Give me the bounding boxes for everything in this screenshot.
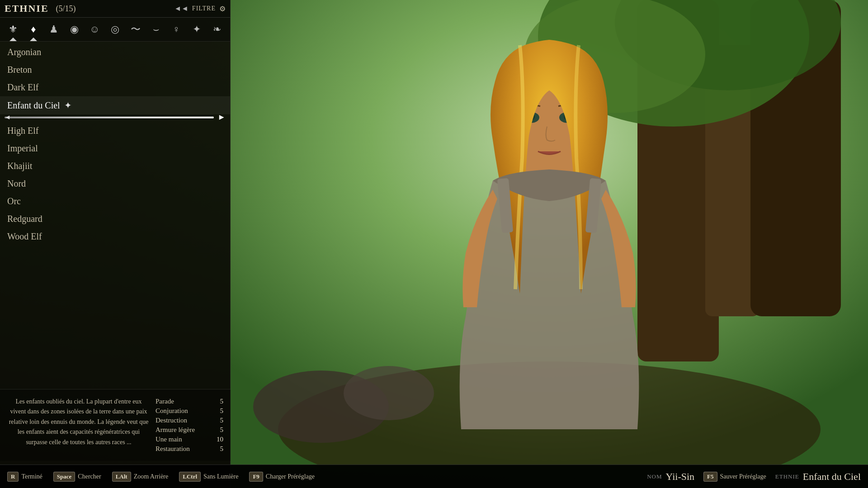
header-right: ◄◄ FILTRE ⚙: [174, 5, 226, 13]
skill-value: 5: [220, 398, 224, 405]
skill-row: Restauration5: [156, 444, 223, 454]
panel-title: ETHNIE: [5, 3, 49, 14]
svg-point-9: [344, 366, 434, 420]
race-imperial[interactable]: Imperial: [0, 140, 230, 157]
eyes-icon: ◎: [111, 23, 119, 35]
hotkey-lumiere: LCtrl Sans Lumière: [179, 472, 238, 482]
tab-skyrim-logo[interactable]: ⚜: [4, 19, 22, 39]
race-khajiit[interactable]: Khajiit: [0, 157, 230, 175]
f5-section: F5 Sauver Préréglage: [703, 472, 766, 482]
sauver-label: Sauver Préréglage: [720, 473, 766, 480]
filter-icon: ⚙: [219, 5, 226, 13]
skill-row: Parade5: [156, 397, 223, 406]
skill-value: 5: [220, 417, 224, 424]
skill-name: Armure légère: [156, 426, 195, 434]
ethnie-section: ETHNIE Enfant du Ciel: [775, 471, 861, 483]
hotkey-termine: R Terminé: [7, 472, 42, 482]
bottom-bar: R Terminé Space Chercher LAlt Zoom Arriè…: [0, 465, 868, 488]
tab-mouth[interactable]: ⌣: [146, 19, 165, 39]
slider-bar[interactable]: ◄: [5, 117, 214, 118]
skill-value: 5: [220, 445, 224, 453]
race-dark-elf[interactable]: Dark Elf: [0, 79, 230, 96]
skill-name: Destruction: [156, 417, 187, 424]
race-high-elf[interactable]: High Elf: [0, 122, 230, 140]
race-redguard[interactable]: Redguard: [0, 210, 230, 228]
filter-label[interactable]: FILTRE: [192, 5, 216, 12]
f9-key: F9: [249, 472, 263, 482]
lctrl-key: LCtrl: [179, 472, 201, 482]
left-panel: ETHNIE (5/15) ◄◄ FILTRE ⚙ ⚜ ♦ ♟ ◉ ☺ ◎ 〜 …: [0, 0, 231, 488]
description-area: Les enfants oubliés du ciel. La plupart …: [0, 389, 231, 461]
tab-brow[interactable]: 〜: [126, 19, 145, 39]
bottom-right: NOM Yii-Sin F5 Sauver Préréglage ETHNIE …: [647, 471, 861, 483]
skill-name: Une main: [156, 436, 182, 443]
race-nord[interactable]: Nord: [0, 175, 230, 192]
charger-label: Charger Préréglage: [266, 473, 315, 480]
magic-icon: ♦: [31, 23, 36, 35]
lumiere-label: Sans Lumière: [203, 473, 238, 480]
tab-face2[interactable]: ☺: [85, 19, 104, 39]
skill-name: Parade: [156, 398, 174, 405]
skill-value: 10: [217, 436, 223, 443]
icon-tabs: ⚜ ♦ ♟ ◉ ☺ ◎ 〜 ⌣ ♀ ✦ ❧: [0, 18, 230, 42]
tab-magic[interactable]: ♦: [24, 19, 42, 39]
skill-row: Destruction5: [156, 416, 223, 425]
chercher-label: Chercher: [78, 473, 101, 480]
nom-value: Yii-Sin: [665, 471, 694, 483]
skill-row: Une main10: [156, 435, 223, 444]
race-list: Argonian Breton Dark Elf Enfant du Ciel …: [0, 42, 230, 247]
skill-name: Restauration: [156, 445, 190, 453]
tab-more[interactable]: ❧: [208, 19, 226, 39]
lalt-key: LAlt: [112, 472, 131, 482]
space-key: Space: [53, 472, 75, 482]
face2-icon: ☺: [90, 23, 99, 35]
skill-name: Conjuration: [156, 407, 188, 415]
tab-body[interactable]: ♟: [44, 19, 63, 39]
header: ETHNIE (5/15) ◄◄ FILTRE ⚙: [0, 0, 230, 18]
ethnie-value: Enfant du Ciel: [803, 471, 861, 483]
skill-value: 5: [220, 426, 224, 434]
skill-value: 5: [220, 407, 224, 415]
tab-eyes[interactable]: ◎: [106, 19, 124, 39]
panel-count: (5/15): [56, 4, 76, 14]
paint-icon: ✦: [193, 23, 201, 35]
tab-hair[interactable]: ♀: [167, 19, 186, 39]
tab-face[interactable]: ◉: [65, 19, 84, 39]
race-argonian[interactable]: Argonian: [0, 43, 230, 61]
more-icon: ❧: [213, 23, 221, 35]
zoom-label: Zoom Arrière: [134, 473, 169, 480]
race-wood-elf[interactable]: Wood Elf: [0, 228, 230, 245]
face-icon: ◉: [70, 23, 79, 35]
hotkey-chercher: Space Chercher: [53, 472, 101, 482]
skill-row: Conjuration5: [156, 406, 223, 416]
body-icon: ♟: [49, 23, 58, 35]
hotkey-charger: F9 Charger Préréglage: [249, 472, 315, 482]
description-text: Les enfants oubliés du ciel. La plupart …: [7, 397, 150, 454]
r-key: R: [7, 472, 19, 482]
tab-paint[interactable]: ✦: [188, 19, 206, 39]
skills-list: Parade5Conjuration5Destruction5Armure lé…: [156, 397, 223, 454]
race-orc[interactable]: Orc: [0, 192, 230, 210]
back-arrows-icon[interactable]: ◄◄: [174, 5, 189, 13]
ethnie-label: ETHNIE: [775, 473, 799, 480]
background-scene: [231, 0, 868, 465]
brow-icon: 〜: [131, 23, 141, 36]
skyrim-logo-icon: ⚜: [9, 23, 18, 35]
skill-row: Armure légère5: [156, 425, 223, 435]
nom-section: NOM Yii-Sin: [647, 471, 694, 483]
termine-label: Terminé: [21, 473, 42, 480]
hotkey-zoom: LAlt Zoom Arrière: [112, 472, 169, 482]
hair-icon: ♀: [173, 23, 180, 35]
f5-key: F5: [703, 472, 717, 482]
portrait-area: [231, 0, 868, 465]
race-enfant-du-ciel[interactable]: Enfant du Ciel ✦: [0, 96, 230, 114]
race-breton[interactable]: Breton: [0, 61, 230, 79]
cursor-icon: ✦: [64, 100, 72, 110]
nom-label: NOM: [647, 473, 662, 480]
mouth-icon: ⌣: [153, 23, 159, 35]
